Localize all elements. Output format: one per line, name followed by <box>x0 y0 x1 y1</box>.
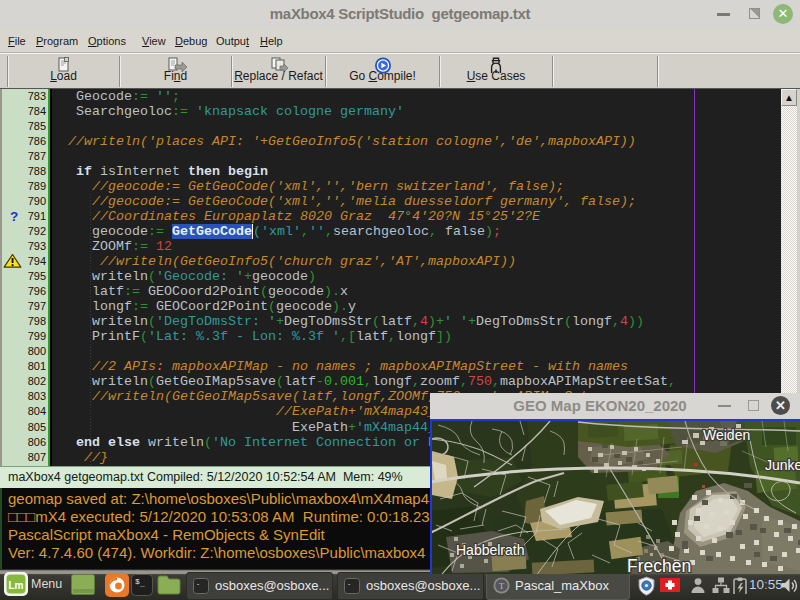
svg-text:-: - <box>347 580 351 588</box>
svg-text:_: _ <box>139 579 145 588</box>
svg-text:T: T <box>499 581 505 591</box>
svg-text:Frechen: Frechen <box>627 556 691 574</box>
svg-text:Junkersd: Junkersd <box>765 457 800 473</box>
svg-text:-: - <box>196 580 200 588</box>
svg-text:Lm: Lm <box>9 580 24 591</box>
svg-text:Habbelrath: Habbelrath <box>456 542 525 558</box>
svg-text:Weiden: Weiden <box>703 427 750 443</box>
